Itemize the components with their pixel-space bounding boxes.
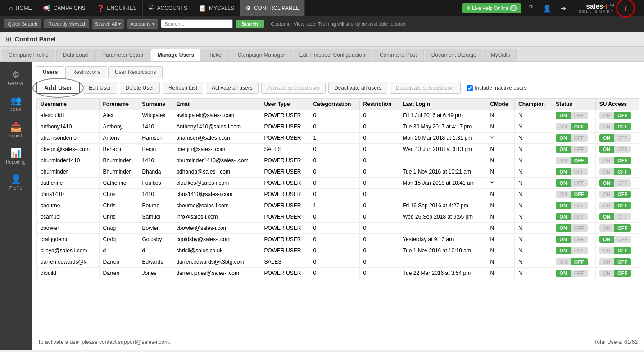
status-toggle[interactable]: ONOFF <box>556 157 591 164</box>
nav-campaigns[interactable]: 📢 CAMPAIGNS <box>37 0 91 16</box>
status-off-btn[interactable]: OFF <box>571 270 588 277</box>
tab-document-storage[interactable]: Document Storage <box>425 49 483 61</box>
su-off-btn[interactable]: OFF <box>614 191 631 198</box>
status-off-btn[interactable]: OFF <box>571 224 588 232</box>
accounts-dropdown[interactable]: Accounts ▾ <box>127 19 158 29</box>
sub-tab-users[interactable]: Users <box>36 66 64 78</box>
tab-manage-users[interactable]: Manage Users <box>151 49 201 61</box>
su-on-btn[interactable]: ON <box>599 202 614 209</box>
status-off-btn[interactable]: OFF <box>571 236 588 243</box>
deactivate-selected-button[interactable]: Deactivate selected user <box>390 82 461 94</box>
status-on-btn[interactable]: ON <box>556 168 571 175</box>
su-on-btn[interactable]: ON <box>599 213 614 220</box>
status-off-btn[interactable]: OFF <box>571 258 588 265</box>
table-row[interactable]: craiggdemo Craig Goldsby cgoldsby@sales-… <box>37 234 639 245</box>
table-row[interactable]: cbourne Chris Bourne cbourne@sales-i.com… <box>37 200 639 211</box>
table-row[interactable]: bhurminder Bhurminder Dhanda bdhanda@sal… <box>37 166 639 178</box>
su-off-btn[interactable]: OFF <box>614 157 631 164</box>
su-access-toggle[interactable]: ONOFF <box>599 146 635 153</box>
users-table-wrapper[interactable]: Username Forename Surname Email User Typ… <box>36 98 639 336</box>
su-on-btn[interactable]: ON <box>599 191 614 198</box>
activate-all-button[interactable]: Activate all users <box>206 82 259 94</box>
su-off-btn[interactable]: OFF <box>614 247 631 254</box>
status-toggle[interactable]: ONOFF <box>556 202 591 209</box>
su-on-btn[interactable]: ON <box>599 134 614 142</box>
status-toggle[interactable]: ONOFF <box>556 258 591 265</box>
table-row[interactable]: chris1410 Chris 1410 chris1410@sales-i.c… <box>37 189 639 200</box>
tab-company-profile[interactable]: Company Profile <box>2 49 55 61</box>
sidebar-item-general[interactable]: ⚙ General <box>0 65 32 90</box>
su-access-toggle[interactable]: ONOFF <box>599 168 635 175</box>
table-row[interactable]: dibuild Darren Jones darren.jones@sales-… <box>37 268 639 279</box>
su-off-btn[interactable]: OFF <box>614 236 631 243</box>
su-off-btn[interactable]: OFF <box>614 202 631 209</box>
su-on-btn[interactable]: ON <box>599 146 614 153</box>
table-row[interactable]: bbeqiri@sales-i.com Behadir Beqiri bbeqi… <box>37 144 639 155</box>
status-off-btn[interactable]: OFF <box>571 247 588 254</box>
su-on-btn[interactable]: ON <box>599 270 614 277</box>
nav-mycalls[interactable]: 📋 MYCALLS <box>193 0 240 16</box>
su-access-toggle[interactable]: ONOFF <box>599 236 635 243</box>
status-off-btn[interactable]: OFF <box>571 146 588 153</box>
forward-button[interactable]: ➜ <box>557 2 570 14</box>
status-off-btn[interactable]: OFF <box>571 157 588 164</box>
su-access-toggle[interactable]: ONOFF <box>599 112 635 119</box>
su-access-toggle[interactable]: ONOFF <box>599 213 635 220</box>
tab-campaign-manager[interactable]: Campaign Manager <box>231 49 291 61</box>
status-toggle[interactable]: ONOFF <box>556 179 591 187</box>
su-on-btn[interactable]: ON <box>599 258 614 265</box>
tab-data-load[interactable]: Data Load <box>56 49 95 61</box>
table-row[interactable]: clloyd@sales-i.com d d chrisll@sales.co.… <box>37 245 639 256</box>
table-row[interactable]: anthony1410 Anthony 1410 Anthony1410@sal… <box>37 121 639 133</box>
su-access-toggle[interactable]: ONOFF <box>599 123 635 130</box>
status-off-btn[interactable]: OFF <box>571 213 588 220</box>
su-off-btn[interactable]: OFF <box>614 168 631 175</box>
su-off-btn[interactable]: OFF <box>614 146 631 153</box>
search-input[interactable] <box>161 19 233 28</box>
status-off-btn[interactable]: OFF <box>571 134 588 142</box>
delete-user-button[interactable]: Delete User <box>120 82 160 94</box>
su-on-btn[interactable]: ON <box>599 112 614 119</box>
search-go-button[interactable]: Search <box>236 20 265 28</box>
deactivate-all-button[interactable]: Deactivate all users <box>328 82 387 94</box>
status-on-btn[interactable]: ON <box>556 112 571 119</box>
status-on-btn[interactable]: ON <box>556 213 571 220</box>
add-user-button[interactable]: Add User <box>36 82 80 94</box>
status-toggle[interactable]: ONOFF <box>556 146 591 153</box>
status-off-btn[interactable]: OFF <box>571 112 588 119</box>
su-access-toggle[interactable]: ONOFF <box>599 202 635 209</box>
table-row[interactable]: aharrisondemo Antony Harrison aharrison@… <box>37 133 639 144</box>
su-access-toggle[interactable]: ONOFF <box>599 247 635 254</box>
nav-controlpanel[interactable]: ⚙ CONTROL PANEL <box>240 0 305 16</box>
status-toggle[interactable]: ONOFF <box>556 224 591 232</box>
table-row[interactable]: bhurminder1410 Bhurminder 1410 bhurminde… <box>37 155 639 166</box>
table-row[interactable]: alexbuild1 Alex Witcpalek awitcpalek@sal… <box>37 110 639 121</box>
activate-selected-button[interactable]: Activate selected user <box>261 82 326 94</box>
status-on-btn[interactable]: ON <box>556 157 571 164</box>
su-off-btn[interactable]: OFF <box>614 258 631 265</box>
include-inactive-label[interactable]: Include inactive users <box>467 85 526 91</box>
status-on-btn[interactable]: ON <box>556 236 571 243</box>
status-on-btn[interactable]: ON <box>556 179 571 187</box>
tab-parameter-setup[interactable]: Parameter Setup <box>95 49 150 61</box>
user-button[interactable]: 👤 <box>541 2 553 14</box>
tab-mycalls[interactable]: MyCalls <box>484 49 517 61</box>
status-off-btn[interactable]: OFF <box>571 191 588 198</box>
sub-tab-restrictions[interactable]: Restrictions <box>65 66 107 78</box>
su-off-btn[interactable]: OFF <box>614 112 631 119</box>
status-on-btn[interactable]: ON <box>556 123 571 130</box>
status-on-btn[interactable]: ON <box>556 134 571 142</box>
su-on-btn[interactable]: ON <box>599 224 614 232</box>
status-toggle[interactable]: ONOFF <box>556 270 591 277</box>
su-off-btn[interactable]: OFF <box>614 179 631 187</box>
status-on-btn[interactable]: ON <box>556 247 571 254</box>
status-off-btn[interactable]: OFF <box>571 123 588 130</box>
sub-tab-user-restrictions[interactable]: User Restrictions <box>108 66 163 78</box>
nav-accounts[interactable]: 🏛 ACCOUNTS <box>143 0 193 16</box>
su-on-btn[interactable]: ON <box>599 157 614 164</box>
status-toggle[interactable]: ONOFF <box>556 247 591 254</box>
nav-enquiries[interactable]: ❓ ENQUIRIES <box>91 0 143 16</box>
tab-ticker[interactable]: Ticker <box>202 49 230 61</box>
status-on-btn[interactable]: ON <box>556 146 571 153</box>
status-toggle[interactable]: ONOFF <box>556 213 591 220</box>
